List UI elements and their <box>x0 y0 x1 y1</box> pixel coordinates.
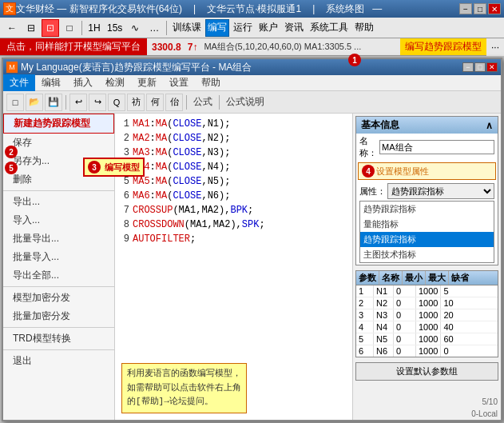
menu-save[interactable]: 保存 <box>3 134 114 152</box>
opt-trend2[interactable]: 趋势跟踪指标 <box>360 232 494 247</box>
right-panel: 基本信息 ∧ 名称： 4 设置模型属性 属性： <box>353 114 501 420</box>
code-line-7: 7 CROSSUP(MA1,MA2),BPK; <box>118 203 349 217</box>
file-menu-panel: 新建趋势跟踪模型 保存 另存为... 删除 导出... 导入... 批量导出..… <box>3 114 115 420</box>
menu-import[interactable]: 导入... <box>3 211 114 229</box>
click-hint[interactable]: 点击，同样能打开模型编写平台 <box>0 38 147 55</box>
param-row-3: 3 N3 0 1000 20 <box>356 309 498 321</box>
toolbar-open[interactable]: 📂 <box>26 94 43 111</box>
menu-new-model[interactable]: 新建趋势跟踪模型 <box>3 114 114 134</box>
help-button[interactable]: 帮助 <box>352 19 376 37</box>
write-trend-button[interactable]: 编写趋势跟踪模型 <box>400 38 486 55</box>
toolbar-redo[interactable]: ↪ <box>89 94 106 111</box>
attr-btn-label[interactable]: 设置模型属性 <box>376 166 429 178</box>
param-row-2: 2 N2 0 1000 10 <box>356 297 498 309</box>
toolbar-undo[interactable]: ↩ <box>69 94 87 111</box>
banner-num: 7↑ <box>188 42 198 53</box>
system-label: 系统终图 <box>326 2 364 16</box>
status-bar: 5/10 <box>353 396 501 408</box>
toolbar-replace2[interactable]: 何 <box>146 94 164 111</box>
toolbar-replace1[interactable]: 祊 <box>127 94 145 111</box>
subtitle-sep: | <box>193 3 196 14</box>
menu-batch-export[interactable]: 批量导出... <box>3 229 114 248</box>
toolbar-new[interactable]: □ <box>6 94 24 111</box>
toolbar-format[interactable]: 佁 <box>165 94 183 111</box>
minimize-button[interactable]: − <box>459 3 472 14</box>
default-params-btn-container: 设置默认参数组 <box>355 362 498 381</box>
menu-update[interactable]: 更新 <box>131 74 163 91</box>
dropdown-open: 趋势跟踪指标 量能指标 趋势跟踪指标 主图技术指标 <box>359 201 494 263</box>
account-button[interactable]: 账户 <box>256 19 280 37</box>
toolbar-find[interactable]: Q <box>108 94 125 111</box>
home-button[interactable]: ⊟ <box>22 19 40 37</box>
step5-circle: 5 <box>5 162 18 174</box>
code-editor[interactable]: 1 MA1:MA(CLOSE,N1); 2 MA2:MA(CLOSE,N2); … <box>115 114 353 420</box>
banner-more[interactable]: ··· <box>486 38 504 56</box>
menu-edit[interactable]: 编辑 <box>35 74 67 91</box>
refresh-button[interactable]: ⊡ <box>42 19 59 37</box>
menu-help[interactable]: 帮助 <box>195 74 227 91</box>
col-name: 名称 <box>379 271 403 285</box>
menu-check[interactable]: 检测 <box>99 74 131 91</box>
opt-trend1[interactable]: 趋势跟踪指标 <box>360 202 494 217</box>
name-input[interactable] <box>379 140 494 154</box>
systool-button[interactable]: 系统工具 <box>308 19 351 37</box>
maximize-button[interactable]: □ <box>474 3 486 14</box>
more-button[interactable]: … <box>145 19 163 37</box>
wave-button[interactable]: ∿ <box>126 19 144 37</box>
attr-select[interactable]: 趋势跟踪指标 <box>387 183 494 199</box>
close-button[interactable]: ✕ <box>488 3 501 14</box>
dialog-maximize[interactable]: □ <box>474 62 486 72</box>
main-window: 文 文华财经 — 薪智程序化交易软件(64位) | 文华云节点·模拟服通1 | … <box>0 0 504 423</box>
formula-desc-label: 公式说明 <box>223 95 268 109</box>
write-button[interactable]: 编写 <box>205 19 229 37</box>
menu-export-all[interactable]: 导出全部... <box>3 266 114 285</box>
menu-insert[interactable]: 插入 <box>67 74 99 91</box>
menu-batch-encrypt[interactable]: 批量加密分发 <box>3 307 114 325</box>
dropdown-list: 趋势跟踪指标 量能指标 趋势跟踪指标 主图技术指标 <box>359 201 494 263</box>
formula-label: 公式 <box>190 95 216 109</box>
menu-file[interactable]: 文件 <box>3 74 35 91</box>
dtb-sep2 <box>186 95 187 110</box>
menu-export[interactable]: 导出... <box>3 193 114 211</box>
dtb-sep3 <box>219 95 220 110</box>
menu-trd[interactable]: TRD模型转换 <box>3 329 114 348</box>
expand-icon[interactable]: ∧ <box>486 120 493 131</box>
code-line-4: 4 MA4:MA(CLOSE,N4); <box>118 160 349 174</box>
default-params-button[interactable]: 设置默认参数组 <box>355 362 498 381</box>
code-line-5: 5 MA5:MA(CLOSE,N5); <box>118 174 349 189</box>
code-line-3: 3 MA3:MA(CLOSE,N3); <box>118 146 349 160</box>
app-title: 文华财经 — 薪智程序化交易软件(64位) <box>16 2 182 16</box>
basic-info-section: 基本信息 ∧ 名称： 4 设置模型属性 属性： <box>355 116 498 265</box>
doc-button[interactable]: □ <box>61 19 78 37</box>
train-button[interactable]: 训练课 <box>170 19 204 37</box>
dialog-icon: M <box>6 62 18 73</box>
step2-circle: 2 <box>5 146 18 158</box>
time15s-button[interactable]: 15s <box>105 19 125 37</box>
run-button[interactable]: 运行 <box>231 19 255 37</box>
menu-batch-import[interactable]: 批量导入... <box>3 248 114 266</box>
banner-label: MA组合(5,10,20,40,60,0) MA1:3305.5 ... <box>204 41 361 53</box>
menu-encrypt[interactable]: 模型加密分发 <box>3 289 114 307</box>
param-row-4: 4 N4 0 1000 40 <box>356 321 498 333</box>
menu-settings[interactable]: 设置 <box>163 74 195 91</box>
time1h-button[interactable]: 1H <box>85 19 103 37</box>
top-banner: 点击，同样能打开模型编写平台 3300.8 7↑ MA组合(5,10,20,40… <box>0 38 504 56</box>
code-line-9: 9 AUTOFILTER; <box>118 232 349 246</box>
param-row-1: 1 N1 0 1000 5 <box>356 285 498 297</box>
dialog-minimize[interactable]: − <box>462 62 474 72</box>
dialog-close[interactable]: ✕ <box>486 62 498 72</box>
opt-main[interactable]: 主图技术指标 <box>360 247 494 262</box>
sep-file4 <box>3 349 114 350</box>
toolbar-save[interactable]: 💾 <box>45 94 62 111</box>
banner-price: 3300.8 <box>152 42 181 53</box>
opt-vol[interactable]: 量能指标 <box>360 217 494 232</box>
info-button[interactable]: 资讯 <box>282 19 306 37</box>
step1-circle: 1 <box>348 54 361 66</box>
bottom-tip-line1: 利用麦语言的函数编写模型， <box>127 367 241 381</box>
attr-label: 属性： <box>359 186 386 198</box>
menu-exit[interactable]: 退出 <box>3 352 114 370</box>
main-toolbar: ← ⊟ ⊡ □ 1H 15s ∿ … 训练课 编写 运行 账户 资讯 系统工具 … <box>0 18 504 38</box>
window-controls: − □ ✕ <box>459 3 501 14</box>
basic-info-title: 基本信息 ∧ <box>356 117 498 134</box>
back-button[interactable]: ← <box>3 19 21 37</box>
